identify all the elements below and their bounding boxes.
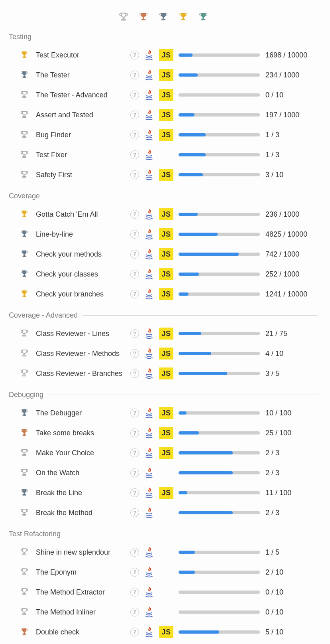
trophy-none-icon: [19, 170, 33, 180]
java-icon[interactable]: [141, 328, 157, 340]
progress-fill: [179, 511, 233, 514]
java-icon[interactable]: [141, 208, 157, 220]
java-icon[interactable]: [141, 69, 157, 81]
help-icon[interactable]: ?: [130, 488, 139, 497]
java-icon[interactable]: [141, 467, 157, 479]
help-icon[interactable]: ?: [130, 349, 139, 358]
help-icon[interactable]: ?: [130, 130, 139, 139]
help-icon[interactable]: ?: [130, 588, 139, 597]
java-icon[interactable]: [141, 487, 157, 499]
achievement-row: Gotta Catch 'Em All? JS236 / 1000: [19, 204, 316, 224]
progress-fill: [179, 451, 233, 454]
progress-fill: [179, 471, 233, 474]
legend-trophy-none-icon[interactable]: [118, 11, 130, 23]
progress-count: 3 / 10: [265, 171, 316, 179]
help-icon[interactable]: ?: [130, 548, 139, 557]
js-icon[interactable]: JS: [159, 367, 173, 379]
legend-trophy-bronze-icon[interactable]: [138, 11, 149, 23]
help-icon[interactable]: ?: [130, 369, 139, 378]
js-icon[interactable]: JS: [159, 348, 173, 360]
js-icon[interactable]: JS: [159, 288, 173, 300]
progress-fill: [179, 372, 227, 375]
js-icon[interactable]: JS: [159, 328, 173, 340]
progress-fill: [179, 551, 195, 554]
help-icon[interactable]: ?: [130, 409, 139, 417]
js-icon[interactable]: JS: [159, 169, 173, 181]
js-icon[interactable]: JS: [159, 407, 173, 419]
java-icon[interactable]: [141, 149, 157, 161]
java-icon[interactable]: [141, 447, 157, 459]
achievement-name: The Method Extractor: [33, 588, 128, 597]
js-icon[interactable]: JS: [159, 129, 173, 141]
svg-rect-4: [163, 17, 164, 19]
help-icon[interactable]: ?: [130, 290, 139, 298]
js-icon[interactable]: JS: [159, 109, 173, 121]
help-icon[interactable]: ?: [130, 329, 139, 338]
help-icon[interactable]: ?: [130, 508, 139, 517]
legend-trophy-teal-icon[interactable]: [197, 11, 209, 23]
help-icon[interactable]: ?: [130, 150, 139, 159]
js-icon[interactable]: JS: [159, 208, 173, 220]
help-icon[interactable]: ?: [130, 111, 139, 119]
achievement-row: The Eponym? JS2 / 10: [19, 562, 316, 582]
java-icon[interactable]: [141, 546, 157, 558]
java-icon[interactable]: [141, 606, 157, 618]
achievement-row: Break the Line? JS11 / 100: [19, 483, 316, 503]
help-icon[interactable]: ?: [130, 250, 139, 259]
java-icon[interactable]: [141, 348, 157, 360]
progress-bar: [179, 372, 260, 375]
help-icon[interactable]: ?: [130, 230, 139, 239]
java-icon[interactable]: [141, 427, 157, 439]
help-icon[interactable]: ?: [130, 468, 139, 477]
legend-trophy-gold-icon[interactable]: [177, 11, 189, 23]
java-icon[interactable]: [141, 586, 157, 598]
java-icon[interactable]: [141, 367, 157, 379]
divider: [44, 196, 318, 196]
java-icon[interactable]: [141, 566, 157, 578]
help-icon[interactable]: ?: [130, 429, 139, 437]
js-icon[interactable]: JS: [159, 447, 173, 459]
java-icon[interactable]: [141, 129, 157, 141]
java-icon[interactable]: [141, 169, 157, 181]
java-icon[interactable]: [141, 288, 157, 300]
js-icon[interactable]: JS: [159, 626, 173, 638]
js-icon[interactable]: JS: [159, 89, 173, 101]
js-icon[interactable]: JS: [159, 69, 173, 81]
java-icon[interactable]: [141, 89, 157, 101]
java-icon[interactable]: [141, 109, 157, 121]
help-icon[interactable]: ?: [130, 608, 139, 616]
help-icon[interactable]: ?: [130, 448, 139, 457]
java-icon[interactable]: [141, 228, 157, 240]
java-icon[interactable]: [141, 407, 157, 419]
help-icon[interactable]: ?: [130, 628, 139, 636]
achievement-group: Coverage Gotta Catch 'Em All? JS236 / 10…: [9, 192, 318, 304]
js-icon[interactable]: JS: [159, 268, 173, 280]
legend-trophy-slate-icon[interactable]: [157, 11, 169, 23]
divider: [82, 315, 318, 316]
java-icon[interactable]: [141, 268, 157, 280]
help-icon[interactable]: ?: [130, 71, 139, 79]
js-icon[interactable]: JS: [159, 248, 173, 260]
progress-bar: [179, 53, 260, 57]
group-title: Coverage - Advanced: [9, 311, 78, 320]
help-icon[interactable]: ?: [130, 568, 139, 577]
progress-count: 25 / 100: [265, 429, 316, 437]
java-icon[interactable]: [141, 248, 157, 260]
group-body: Class Reviewer - Lines? JS21 / 75 Class …: [9, 324, 318, 383]
js-icon[interactable]: JS: [159, 228, 173, 240]
help-icon[interactable]: ?: [130, 270, 139, 279]
js-icon[interactable]: JS: [159, 487, 173, 499]
js-icon[interactable]: JS: [159, 49, 173, 61]
svg-rect-13: [23, 77, 26, 77]
js-icon[interactable]: JS: [159, 427, 173, 439]
help-icon[interactable]: ?: [130, 91, 139, 99]
java-icon[interactable]: [141, 507, 157, 519]
java-icon[interactable]: [141, 626, 157, 638]
achievement-row: Shine in new splendour? JS1 / 5: [19, 542, 316, 562]
java-icon[interactable]: [141, 49, 157, 61]
achievement-name: Bug Finder: [33, 131, 128, 139]
help-icon[interactable]: ?: [130, 51, 139, 59]
help-icon[interactable]: ?: [130, 210, 139, 219]
help-icon[interactable]: ?: [130, 170, 139, 179]
svg-rect-24: [24, 214, 25, 216]
